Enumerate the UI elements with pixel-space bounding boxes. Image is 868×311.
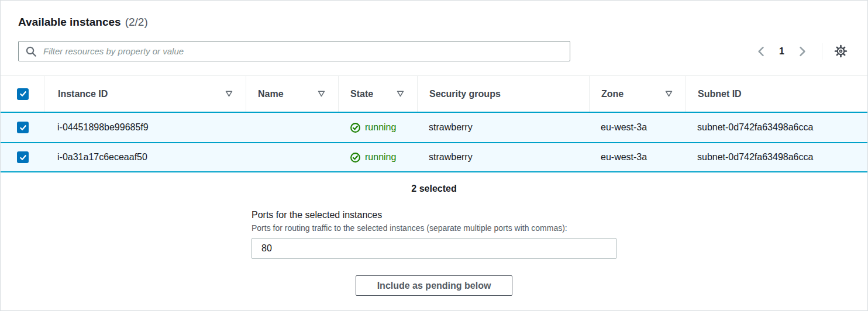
panel-header: Available instances (2/2) 1 xyxy=(1,1,867,61)
toolbar-divider xyxy=(822,43,822,60)
prev-page-button[interactable] xyxy=(752,43,771,60)
column-filter-icon[interactable] xyxy=(665,91,673,97)
cell-zone: eu-west-3a xyxy=(589,122,686,133)
cell-instance-id: i-04451898be99685f9 xyxy=(44,122,246,133)
column-label: Security groups xyxy=(429,89,501,99)
column-label: State xyxy=(350,89,373,99)
select-all-checkbox[interactable] xyxy=(17,88,29,100)
column-header-security-groups: Security groups xyxy=(417,76,589,112)
current-page: 1 xyxy=(779,46,784,57)
ports-description: Ports for routing traffic to the selecte… xyxy=(252,223,616,233)
cell-state: running xyxy=(338,122,417,133)
cell-subnet-id: subnet-0d742fa63498a6cca xyxy=(686,152,867,163)
column-filter-icon[interactable] xyxy=(397,91,404,97)
column-label: Subnet ID xyxy=(698,89,742,99)
actions-row: Include as pending below xyxy=(1,275,867,296)
search-icon xyxy=(26,46,36,57)
settings-gear-button[interactable] xyxy=(832,42,850,60)
filter-input-wrapper xyxy=(18,41,570,61)
state-label: running xyxy=(365,122,396,133)
pagination: 1 xyxy=(752,42,850,60)
column-filter-icon[interactable] xyxy=(318,91,325,97)
row-select-cell xyxy=(1,151,44,163)
column-header-state[interactable]: State xyxy=(338,76,417,112)
column-label: Name xyxy=(258,89,284,99)
cell-instance-id: i-0a31a17c6eceaaf50 xyxy=(44,152,246,163)
ports-form: Ports for the selected instances Ports f… xyxy=(252,210,616,259)
filter-input[interactable] xyxy=(18,41,570,61)
ports-label: Ports for the selected instances xyxy=(252,210,616,220)
available-instances-panel: Available instances (2/2) 1 xyxy=(0,0,868,311)
column-header-subnet-id: Subnet ID xyxy=(686,76,867,112)
state-label: running xyxy=(365,152,396,163)
table-header-row: Instance ID Name State Security groups xyxy=(1,76,867,112)
table-row[interactable]: i-0a31a17c6eceaaf50 running strawberry e… xyxy=(1,142,867,172)
column-header-zone[interactable]: Zone xyxy=(589,76,686,112)
include-as-pending-button[interactable]: Include as pending below xyxy=(356,275,513,296)
ports-input[interactable] xyxy=(252,238,616,259)
header-select-cell xyxy=(1,76,44,112)
cell-security-groups: strawberry xyxy=(417,122,589,133)
status-running-icon xyxy=(350,152,361,163)
column-filter-icon[interactable] xyxy=(225,91,233,97)
page-title: Available instances (2/2) xyxy=(18,16,850,29)
cell-zone: eu-west-3a xyxy=(589,152,686,163)
table-row[interactable]: i-04451898be99685f9 running strawberry e… xyxy=(1,112,867,142)
column-header-instance-id[interactable]: Instance ID xyxy=(44,76,246,112)
column-label: Instance ID xyxy=(58,89,108,99)
status-running-icon xyxy=(350,122,361,133)
instances-table: Instance ID Name State Security groups xyxy=(1,75,867,172)
column-header-name[interactable]: Name xyxy=(246,76,338,112)
column-label: Zone xyxy=(601,89,624,99)
panel-title-text: Available instances xyxy=(18,16,121,29)
next-page-button[interactable] xyxy=(793,43,811,60)
cell-state: running xyxy=(338,152,417,163)
row-select-cell xyxy=(1,122,44,133)
table-toolbar: 1 xyxy=(18,41,850,61)
cell-subnet-id: subnet-0d742fa63498a6cca xyxy=(686,122,867,133)
row-checkbox[interactable] xyxy=(17,151,29,163)
row-checkbox[interactable] xyxy=(17,122,29,133)
panel-title-count: (2/2) xyxy=(125,16,148,29)
cell-security-groups: strawberry xyxy=(417,152,589,163)
selection-summary: 2 selected xyxy=(1,184,867,194)
